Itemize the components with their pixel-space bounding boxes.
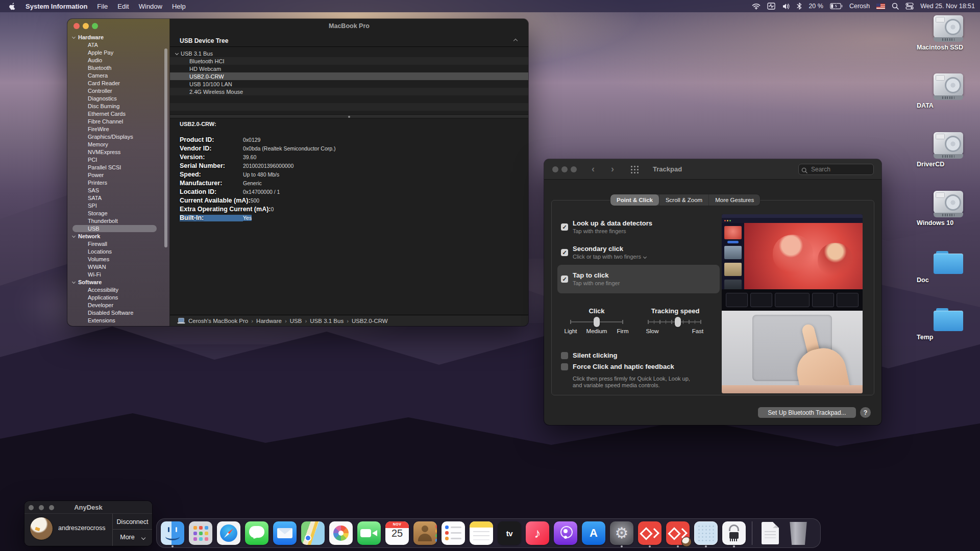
menu-app-name[interactable]: System Information <box>26 3 87 10</box>
zoom-button[interactable] <box>92 23 98 29</box>
bluetooth-icon[interactable] <box>797 3 802 10</box>
close-button[interactable] <box>74 23 80 29</box>
sidebar-item-nvmexpress[interactable]: NVMExpress <box>67 148 169 156</box>
dock-notes[interactable] <box>470 519 493 547</box>
dock-launchpad[interactable] <box>189 519 212 547</box>
dock-contacts[interactable] <box>413 519 437 547</box>
tree-row-usb-10-100-lan[interactable]: USB 10/100 LAN <box>170 80 528 88</box>
search-input[interactable] <box>798 164 874 175</box>
sidebar-item-diagnostics[interactable]: Diagnostics <box>67 94 169 102</box>
tree-row-bluetooth-hci[interactable]: Bluetooth HCI <box>170 57 528 65</box>
sidebar-group-hardware[interactable]: Hardware <box>67 33 169 41</box>
tab-more-gestures[interactable]: More Gestures <box>708 194 760 206</box>
sidebar-item-fibre-channel[interactable]: Fibre Channel <box>67 117 169 125</box>
tab-scroll-zoom[interactable]: Scroll & Zoom <box>659 194 708 206</box>
dock-document[interactable] <box>758 519 782 547</box>
breadcrumb-item-usb-3-1-bus[interactable]: USB 3.1 Bus <box>310 318 344 324</box>
dock-trash[interactable] <box>787 519 810 547</box>
help-button[interactable]: ? <box>860 407 871 418</box>
sidebar-item-disc-burning[interactable]: Disc Burning <box>67 102 169 110</box>
tree-row-2-4g-wireless-mouse[interactable]: 2.4G Wireless Mouse <box>170 88 528 95</box>
dock-app-store[interactable]: A <box>582 519 605 547</box>
sidebar-item-sas[interactable]: SAS <box>67 186 169 194</box>
toggle-silent-clicking[interactable]: Silent clicking <box>561 352 617 359</box>
desktop-icon-temp[interactable]: Temp <box>922 308 975 341</box>
menu-clock[interactable]: Wed 25. Nov 18:51 <box>920 3 975 10</box>
dock-podcasts[interactable] <box>554 519 577 547</box>
sidebar-item-card-reader[interactable]: Card Reader <box>67 79 169 87</box>
sidebar-item-controller[interactable]: Controller <box>67 87 169 94</box>
more-button[interactable]: More <box>113 534 152 541</box>
gesture-option-look-up-data-detectors[interactable]: ✓Look up & data detectorsTap with three … <box>557 215 720 239</box>
minimize-button[interactable] <box>561 166 568 172</box>
dock-facetime[interactable] <box>357 519 381 547</box>
sidebar-item-wi-fi[interactable]: Wi-Fi <box>67 270 169 278</box>
checkbox-checked[interactable]: ✓ <box>561 276 568 283</box>
slider-track[interactable] <box>648 320 701 324</box>
minimize-button[interactable] <box>83 23 89 29</box>
sidebar-item-developer[interactable]: Developer <box>67 301 169 309</box>
menu-edit[interactable]: Edit <box>117 3 129 10</box>
sidebar-item-storage[interactable]: Storage <box>67 209 169 217</box>
sidebar-item-pci[interactable]: PCI <box>67 156 169 163</box>
us-flag-icon[interactable] <box>876 4 885 9</box>
toggle-force-click-and-haptic-feedback[interactable]: Force Click and haptic feedback <box>561 363 674 370</box>
sidebar-item-sata[interactable]: SATA <box>67 194 169 202</box>
dock-finder[interactable] <box>161 519 184 547</box>
dock-anydesk[interactable] <box>638 519 662 547</box>
menu-help[interactable]: Help <box>172 3 186 10</box>
tree-row-usb-3-1-bus[interactable]: USB 3.1 Bus <box>170 49 528 57</box>
dock-reminders[interactable] <box>442 519 465 547</box>
usb-device-tree-header[interactable]: USB Device Tree <box>170 34 528 47</box>
sidebar-item-ata[interactable]: ATA <box>67 41 169 48</box>
dock-anydesk-session[interactable] <box>666 519 690 547</box>
checkbox-checked[interactable]: ✓ <box>561 249 568 256</box>
sidebar-item-extensions[interactable]: Extensions <box>67 316 169 324</box>
desktop-icon-data[interactable]: DATA <box>922 73 975 109</box>
sidebar-item-firewire[interactable]: FireWire <box>67 125 169 133</box>
volume-icon[interactable] <box>782 3 790 10</box>
dock-maps[interactable] <box>301 519 325 547</box>
dock-safari[interactable] <box>217 519 240 547</box>
sidebar-item-power[interactable]: Power <box>67 171 169 179</box>
breadcrumb-item-cerosh-s-macbook-pro[interactable]: Cerosh's MacBook Pro <box>188 318 248 324</box>
checkbox-unchecked[interactable] <box>561 352 568 359</box>
dock-light-blue-app[interactable] <box>694 519 718 547</box>
sidebar-item-camera[interactable]: Camera <box>67 71 169 79</box>
pane-splitter[interactable] <box>170 114 528 118</box>
sidebar-item-usb[interactable]: USB <box>67 224 169 232</box>
sidebar-item-bluetooth[interactable]: Bluetooth <box>67 64 169 71</box>
dock-photos[interactable] <box>329 519 353 547</box>
desktop-icon-macintosh-ssd[interactable]: Macintosh SSD <box>922 15 975 51</box>
tree-row-hd-webcam[interactable]: HD Webcam <box>170 65 528 72</box>
setup-bluetooth-trackpad-button[interactable]: Set Up Bluetooth Trackpad... <box>758 407 856 418</box>
slider-thumb[interactable] <box>675 317 681 327</box>
sidebar-item-firewall[interactable]: Firewall <box>67 240 169 247</box>
menu-window[interactable]: Window <box>139 3 162 10</box>
tree-row-usb2-0-crw[interactable]: USB2.0-CRW <box>170 72 528 80</box>
sidebar-item-disabled-software[interactable]: Disabled Software <box>67 309 169 316</box>
apple-menu-icon[interactable] <box>9 3 16 10</box>
sidebar-item-thunderbolt[interactable]: Thunderbolt <box>67 217 169 224</box>
slider-track[interactable] <box>571 320 623 324</box>
forward-button[interactable]: › <box>611 164 614 174</box>
dock-messages[interactable] <box>245 519 268 547</box>
sidebar-item-audio[interactable]: Audio <box>67 56 169 64</box>
menu-file[interactable]: File <box>97 3 108 10</box>
sidebar-item-graphics-displays[interactable]: Graphics/Displays <box>67 133 169 140</box>
sidebar-item-ethernet-cards[interactable]: Ethernet Cards <box>67 110 169 117</box>
dock-calendar[interactable]: NOV25 <box>385 519 409 547</box>
show-all-icon[interactable] <box>631 166 639 173</box>
performance-icon[interactable] <box>767 3 775 10</box>
menu-user-name[interactable]: Cerosh <box>849 3 870 10</box>
spotlight-search-icon[interactable] <box>892 3 899 10</box>
sidebar-item-locations[interactable]: Locations <box>67 247 169 255</box>
close-button[interactable] <box>552 166 558 172</box>
sidebar-scrollbar[interactable] <box>164 48 167 247</box>
zoom-button[interactable] <box>571 166 577 172</box>
gesture-option-secondary-click[interactable]: ✓Secondary clickClick or tap with two fi… <box>557 241 720 264</box>
breadcrumb-item-usb[interactable]: USB <box>290 318 302 324</box>
sidebar-group-software[interactable]: Software <box>67 278 169 286</box>
sidebar-item-parallel-scsi[interactable]: Parallel SCSI <box>67 163 169 171</box>
dock-system-preferences[interactable]: ⚙ <box>610 519 633 547</box>
